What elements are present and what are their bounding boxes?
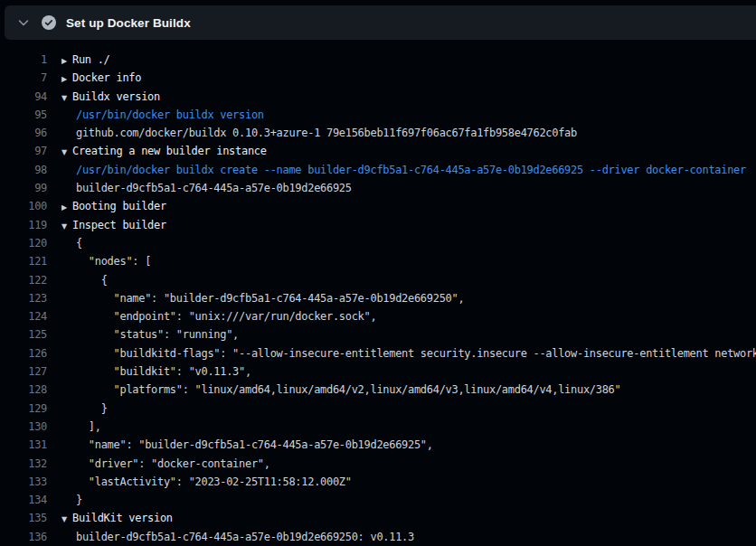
log-text[interactable]: Docker info [72,69,141,87]
log-line: 123 "name": "builder-d9cfb5a1-c764-445a-… [0,289,756,307]
log-text[interactable]: Run ./ [72,51,110,69]
line-number[interactable]: 120 [0,234,47,252]
line-number[interactable]: 95 [0,106,47,124]
log-line: 100 ▶ Booting builder [0,197,756,215]
chevron-down-icon[interactable] [16,15,31,30]
log-text: { [76,271,108,289]
log-text: "name": "builder-d9cfb5a1-c764-445a-a57e… [76,289,464,307]
log-text: "name": "builder-d9cfb5a1-c764-445a-a57e… [76,436,433,454]
log-line: 133 "lastActivity": "2023-02-25T11:58:12… [0,473,756,491]
actions-log-viewer: Set up Docker Buildx 1 ▶ Run ./ 7 ▶ Dock… [0,0,756,546]
log-text[interactable]: Booting builder [72,197,166,215]
log-text: /usr/bin/docker buildx version [76,106,264,124]
log-line: 95 /usr/bin/docker buildx version [0,106,756,124]
line-number[interactable]: 124 [0,307,47,325]
log-text: github.com/docker/buildx 0.10.3+azure-1 … [76,124,577,142]
log-line: 136 builder-d9cfb5a1-c764-445a-a57e-0b19… [0,528,756,546]
log-line: 126 "buildkitd-flags": "--allow-insecure… [0,344,756,362]
line-number[interactable]: 99 [0,179,47,197]
line-number[interactable]: 130 [0,418,47,436]
log-line: 128 "platforms": "linux/amd64,linux/amd6… [0,381,756,399]
log-text: /usr/bin/docker buildx create --name bui… [76,161,746,179]
log-line: 127 "buildkit": "v0.11.3", [0,362,756,381]
log-text: } [76,491,82,509]
toggle-arrow-icon[interactable]: ▼ [61,89,72,106]
line-number[interactable]: 119 [0,216,47,234]
line-number[interactable]: 129 [0,400,47,418]
log-line: 131 "name": "builder-d9cfb5a1-c764-445a-… [0,436,756,454]
line-number[interactable]: 126 [0,344,47,362]
log-line: 124 "endpoint": "unix:///var/run/docker.… [0,307,756,325]
log-text: "lastActivity": "2023-02-25T11:58:12.000… [76,473,352,491]
log-text[interactable]: BuildKit version [72,509,173,527]
toggle-arrow-icon[interactable]: ▶ [61,71,72,87]
line-number[interactable]: 125 [0,325,47,344]
toggle-arrow-icon[interactable]: ▼ [61,218,72,234]
toggle-arrow-icon[interactable]: ▶ [61,199,72,215]
log-text: "platforms": "linux/amd64,linux/amd64/v2… [76,381,620,399]
line-number[interactable]: 7 [0,69,47,87]
line-number[interactable]: 121 [0,252,47,270]
line-number[interactable]: 123 [0,289,47,307]
log-text: "endpoint": "unix:///var/run/docker.sock… [76,307,376,325]
line-number[interactable]: 98 [0,161,47,179]
log-line: 121 "nodes": [ [0,252,756,270]
line-number[interactable]: 131 [0,436,47,454]
log-text[interactable]: Buildx version [72,88,160,106]
line-number[interactable]: 1 [0,51,47,69]
log-line: 94 ▼ Buildx version [0,88,756,106]
log-lines: 1 ▶ Run ./ 7 ▶ Docker info 94 ▼ Buildx v… [0,40,756,546]
toggle-arrow-icon[interactable]: ▶ [61,52,72,69]
log-text: "buildkit": "v0.11.3", [76,362,251,381]
log-line: 120 { [0,234,756,252]
log-text: { [76,234,82,252]
line-number[interactable]: 132 [0,455,47,473]
line-number[interactable]: 133 [0,473,47,491]
log-line: 7 ▶ Docker info [0,69,756,87]
line-number[interactable]: 135 [0,509,47,527]
line-number[interactable]: 128 [0,381,47,399]
line-number[interactable]: 97 [0,142,47,160]
log-line: 98 /usr/bin/docker buildx create --name … [0,161,756,179]
toggle-arrow-icon[interactable]: ▼ [61,511,72,527]
line-number[interactable]: 134 [0,491,47,509]
log-line: 130 ], [0,418,756,436]
log-text: builder-d9cfb5a1-c764-445a-a57e-0b19d2e6… [76,528,414,546]
log-line: 99 builder-d9cfb5a1-c764-445a-a57e-0b19d… [0,179,756,197]
log-text: "nodes": [ [76,252,151,270]
log-line: 119 ▼ Inspect builder [0,216,756,234]
toggle-arrow-icon[interactable]: ▼ [61,144,72,160]
log-line: 122 { [0,271,756,289]
line-number[interactable]: 96 [0,124,47,142]
log-text: "driver": "docker-container", [76,455,270,473]
log-line: 132 "driver": "docker-container", [0,455,756,473]
log-line: 129 } [0,400,756,418]
line-number[interactable]: 100 [0,197,47,215]
line-number[interactable]: 94 [0,88,47,106]
log-text: "buildkitd-flags": "--allow-insecure-ent… [76,344,756,362]
log-line: 97 ▼ Creating a new builder instance [0,142,756,160]
log-text: "status": "running", [76,325,239,344]
log-line: 135 ▼ BuildKit version [0,509,756,527]
log-line: 96 github.com/docker/buildx 0.10.3+azure… [0,124,756,142]
step-header[interactable]: Set up Docker Buildx [5,5,756,40]
log-text: ], [76,418,101,436]
line-number[interactable]: 122 [0,271,47,289]
line-number[interactable]: 127 [0,362,47,381]
log-line: 1 ▶ Run ./ [0,51,756,69]
log-line: 134 } [0,491,756,509]
log-line: 125 "status": "running", [0,325,756,344]
line-number[interactable]: 136 [0,528,47,546]
check-circle-icon [42,15,56,30]
log-text: builder-d9cfb5a1-c764-445a-a57e-0b19d2e6… [76,179,352,197]
log-text[interactable]: Creating a new builder instance [72,142,267,160]
step-title: Set up Docker Buildx [66,16,191,30]
log-text[interactable]: Inspect builder [72,216,166,234]
log-text: } [76,400,108,418]
